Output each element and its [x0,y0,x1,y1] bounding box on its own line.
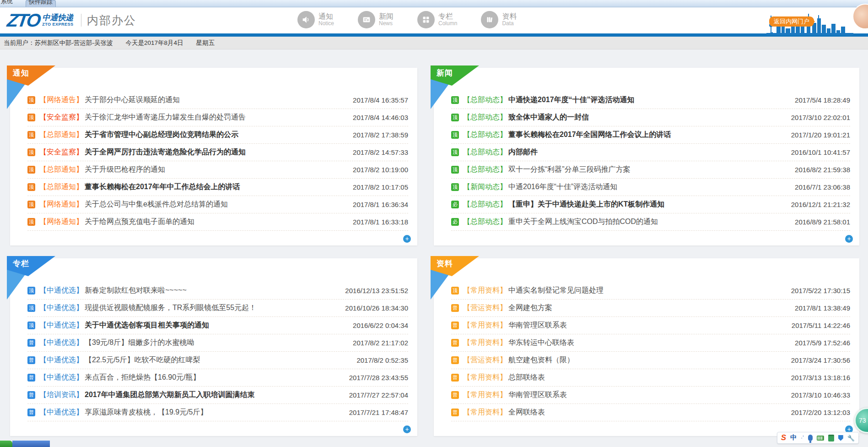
list-item[interactable]: 顶【总部动态】董事长赖梅松在2017年全国网络工作会议上的讲话2017/1/20… [451,126,850,144]
item-title-link[interactable]: 关于徐汇龙华中通寄递压力罐发生自爆的处罚通告 [85,113,246,122]
category-tag[interactable]: 【中通优选】 [39,373,83,382]
list-item[interactable]: 顶【安全监察】关于全网严厉打击违法寄递危险化学品行为的通知2017/8/2 14… [27,144,408,161]
item-title-link[interactable]: 董事长赖梅松在2017年年中工作总结会上的讲话 [85,182,240,192]
mic-icon[interactable] [808,435,813,441]
category-tag[interactable]: 【总部通知】 [39,182,83,192]
list-item[interactable]: 顶【安全监察】关于徐汇龙华中通寄递压力罐发生自爆的处罚通告2017/8/4 14… [27,109,408,126]
list-item[interactable]: 顶【网络通告】关于部分中心延误顺延的通知2017/8/4 16:35:57 [27,92,408,109]
more-button[interactable]: + [403,425,411,433]
list-item[interactable]: 普【中通优选】【22.5元/5斤】吃软不吃硬的红啤梨2017/8/2 0:52:… [27,352,408,369]
browser-tab-2[interactable]: 快件跟踪 [26,0,56,7]
item-title-link[interactable]: 新春定制款红包对联来啦~~~~~ [85,286,187,295]
item-title-link[interactable]: 重申关于全网上线淘宝COD与拍拍COD的通知 [508,217,658,227]
category-tag[interactable]: 【安全监察】 [39,147,83,157]
list-item[interactable]: 顶【总部通知】关于升级巴枪程序的通知2017/8/2 10:19:00 [27,161,408,179]
category-tag[interactable]: 【常用资料】 [463,286,507,295]
item-title-link[interactable]: 董事长赖梅松在2017年全国网络工作会议上的讲话 [508,130,671,140]
list-item[interactable]: 顶【常用资料】中通实名制登记常见问题处理2017/5/22 17:30:15 [451,282,850,300]
category-tag[interactable]: 【中通优选】 [39,338,83,348]
category-tag[interactable]: 【总部通知】 [39,165,83,174]
list-item[interactable]: 普【常用资料】总部联络表2017/3/13 13:18:16 [451,369,850,387]
list-item[interactable]: 顶【新闻动态】中通2016年度“十佳”评选活动通知2016/7/1 23:06:… [451,179,850,196]
zto-logo[interactable]: ZTO 中通快递 ZTO EXPRESS 内部办公 [7,11,136,29]
category-tag[interactable]: 【营运资料】 [463,355,507,365]
category-tag[interactable]: 【常用资料】 [463,321,507,330]
toolbox-icon[interactable] [828,435,834,442]
category-tag[interactable]: 【营运资料】 [463,303,507,313]
list-item[interactable]: 普【常用资料】全网联络表2017/2/20 13:12:03 [451,404,850,421]
list-item[interactable]: 必【总部动态】重申关于全网上线淘宝COD与拍拍COD的通知2016/8/9 21… [451,213,850,231]
item-title-link[interactable]: 【重申】关于中通快递赴美上市的KT板制作通知 [508,200,664,209]
list-item[interactable]: 普【中通优选】享原滋原味青皮核桃，【19.9元/5斤】2017/7/21 17:… [27,404,408,421]
item-title-link[interactable]: 中通快递2017年度“十佳”评选活动通知 [508,95,635,105]
item-title-link[interactable]: 享原滋原味青皮核桃，【19.9元/5斤】 [85,408,207,417]
category-tag[interactable]: 【总部动态】 [463,217,507,227]
avatar[interactable] [852,4,868,29]
category-tag[interactable]: 【总部动态】 [463,113,507,122]
item-title-link[interactable]: 关于省市管理中心副总经理岗位竞聘结果的公示 [85,130,238,140]
category-tag[interactable]: 【常用资料】 [463,390,507,400]
category-tag[interactable]: 【常用资料】 [463,408,507,417]
category-tag[interactable]: 【中通优选】 [39,286,83,295]
item-title-link[interactable]: 华南管理区联系表 [508,321,567,330]
browser-tab-1[interactable]: 系统 [1,0,13,6]
list-item[interactable]: 普【中通优选】来点百合，拒绝燥热【16.90元/瓶】2017/7/28 23:4… [27,369,408,387]
item-title-link[interactable]: 中通2016年度“十佳”评选活动通知 [508,182,617,192]
item-title-link[interactable]: 关于升级巴枪程序的通知 [85,165,165,174]
category-tag[interactable]: 【总部动态】 [463,130,507,140]
nav-data[interactable]: 资料 Data [481,11,517,28]
category-tag[interactable]: 【总部动态】 [463,95,507,105]
item-title-link[interactable]: 航空建包资料（限） [508,355,574,365]
item-title-link[interactable]: 【22.5元/5斤】吃软不吃硬的红啤梨 [85,355,200,365]
list-item[interactable]: 顶【中通优选】现提供近视眼镜配镜服务，TR系列眼镜低至55元起！2016/10/… [27,300,408,317]
category-tag[interactable]: 【网络通告】 [39,95,83,105]
nav-column[interactable]: 专栏 Column [417,11,457,28]
category-tag[interactable]: 【中通优选】 [39,408,83,417]
shield-icon[interactable] [838,435,843,441]
list-item[interactable]: 顶【中通优选】新春定制款红包对联来啦~~~~~2016/12/13 23:51:… [27,282,408,300]
list-item[interactable]: 顶【总部动态】致全体中通家人的一封信2017/3/10 22:02:01 [451,109,850,126]
item-title-link[interactable]: 全网联络表 [508,408,545,417]
category-tag[interactable]: 【网络通知】 [39,217,83,227]
item-title-link[interactable]: 来点百合，拒绝燥热【16.90元/瓶】 [85,373,200,382]
list-item[interactable]: 顶【中通优选】关于中通优选创客项目相关事项的通知2016/6/22 0:04:3… [27,317,408,334]
nav-notice[interactable]: 通知 Notice [297,11,334,28]
taskbar-fragment[interactable] [12,441,50,447]
list-item[interactable]: 普【常用资料】华南管理区联系表2017/3/10 10:46:33 [451,387,850,404]
list-item[interactable]: 顶【总部动态】内部邮件2016/10/1 10:41:57 [451,144,850,161]
list-item[interactable]: 普【营运资料】航空建包资料（限）2017/3/24 17:30:56 [451,352,850,369]
keyboard-icon[interactable] [817,436,824,441]
category-tag[interactable]: 【培训资讯】 [39,390,83,400]
list-item[interactable]: 顶【总部动态】双十一分拣“利器”分单三段码推广方案2016/8/2 21:59:… [451,161,850,179]
list-item[interactable]: 顶【网络通知】关于总公司与中集e栈派件总对总结算的通知2017/8/1 16:3… [27,196,408,213]
item-title-link[interactable]: 双十一分拣“利器”分单三段码推广方案 [508,165,631,174]
item-title-link[interactable]: 关于部分中心延误顺延的通知 [85,95,180,105]
return-intranet-button[interactable]: 返回内网门户 [769,16,814,27]
item-title-link[interactable]: 致全体中通家人的一封信 [508,113,589,122]
more-button[interactable]: + [403,235,411,243]
item-title-link[interactable]: 全网建包方案 [508,303,552,313]
category-tag[interactable]: 【安全监察】 [39,113,83,122]
category-tag[interactable]: 【新闻动态】 [463,182,507,192]
item-title-link[interactable]: 关于中通优选创客项目相关事项的通知 [85,321,209,330]
item-title-link[interactable]: 2017年中通集团总部第六期新员工入职培训圆满结束 [85,390,255,400]
wrench-icon[interactable]: 🔧 [847,435,855,442]
list-item[interactable]: 顶【总部通知】董事长赖梅松在2017年年中工作总结会上的讲话2017/8/2 1… [27,179,408,196]
item-title-link[interactable]: 中通实名制登记常见问题处理 [508,286,604,295]
list-item[interactable]: 普【营运资料】全网建包方案2017/8/1 13:38:49 [451,300,850,317]
nav-news[interactable]: 新闻 News [358,11,394,28]
punctuation-icon[interactable]: ·’ [801,435,804,441]
item-title-link[interactable]: 【39元/8斤】细嫩多汁的水蜜桃呦 [85,338,194,348]
item-title-link[interactable]: 总部联络表 [508,373,545,382]
category-tag[interactable]: 【中通优选】 [39,355,83,365]
item-title-link[interactable]: 华南管理区联系表 [508,390,567,400]
item-title-link[interactable]: 华东转运中心联络表 [508,338,574,348]
category-tag[interactable]: 【常用资料】 [463,338,507,348]
list-item[interactable]: 普【培训资讯】2017年中通集团总部第六期新员工入职培训圆满结束2017/7/2… [27,387,408,404]
list-item[interactable]: 顶【总部动态】中通快递2017年度“十佳”评选活动通知2017/5/4 18:2… [451,92,850,109]
category-tag[interactable]: 【网络通知】 [39,200,83,209]
item-title-link[interactable]: 内部邮件 [508,147,538,157]
list-item[interactable]: 顶【网络通知】关于给网点预充值电子面单的通知2017/8/1 16:33:18 [27,213,408,231]
list-item[interactable]: 普【中通优选】【39元/8斤】细嫩多汁的水蜜桃呦2017/8/2 21:17:0… [27,334,408,352]
sogou-logo-icon[interactable]: S [781,433,786,442]
